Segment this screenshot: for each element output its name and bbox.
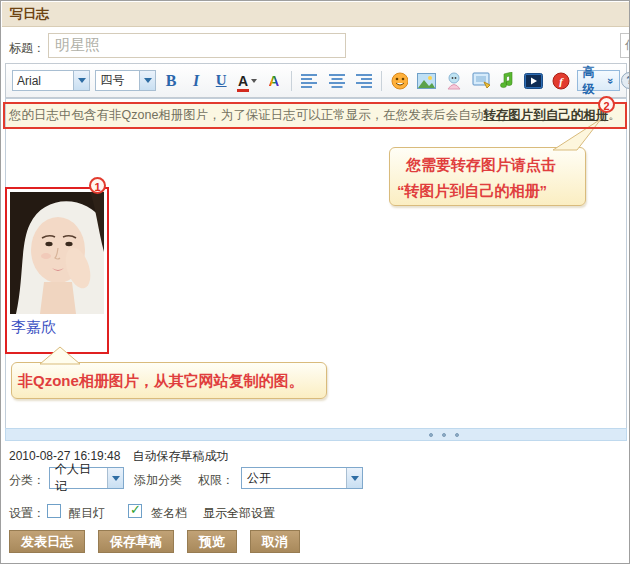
- publish-button[interactable]: 发表日志: [9, 530, 85, 553]
- font-family-value: Arial: [13, 74, 73, 88]
- permission-select[interactable]: 公开: [241, 467, 363, 489]
- callout-top-tail: [543, 117, 607, 151]
- preview-button[interactable]: 预览: [187, 530, 237, 553]
- callout-line2: “转图片到自己的相册”: [390, 178, 585, 204]
- portrait-photo: [10, 192, 104, 314]
- caret-down-icon: [251, 79, 257, 83]
- advanced-label: 高级: [583, 64, 606, 98]
- music-icon: [499, 72, 515, 90]
- add-category-link[interactable]: 添加分类: [134, 472, 182, 489]
- italic-icon: I: [193, 72, 199, 90]
- callout-transfer-hint: 您需要转存图片请点击 “转图片到自己的相册”: [389, 147, 586, 206]
- font-size-select[interactable]: 四号: [95, 70, 156, 91]
- insert-video-button[interactable]: [522, 70, 545, 92]
- insert-music-button[interactable]: [497, 70, 517, 92]
- category-value: 个人日记: [50, 461, 107, 495]
- signature-checkbox[interactable]: [128, 504, 142, 518]
- editor-resize-handle[interactable]: [5, 428, 627, 441]
- video-icon: [524, 73, 543, 89]
- category-label: 分类：: [9, 472, 45, 489]
- emoticon-button[interactable]: [389, 70, 411, 92]
- stationery-button[interactable]: 信: [620, 33, 630, 58]
- align-right-icon: [354, 74, 372, 88]
- align-left-button[interactable]: [299, 70, 321, 92]
- callout-bottom-tail: [37, 345, 83, 365]
- font-family-select[interactable]: Arial: [12, 70, 90, 91]
- insert-flash-button[interactable]: f: [550, 70, 572, 92]
- autosave-status: 2010-08-27 16:19:48自动保存草稿成功: [9, 448, 228, 465]
- transfer-notice-bar: 您的日志中包含有非Qzone相册图片，为了保证日志可以正常显示，在您发表后会自动…: [6, 104, 625, 127]
- notice-text: 您的日志中包含有非Qzone相册图片，为了保证日志可以正常显示，在您发表后会自动: [9, 108, 483, 122]
- category-select[interactable]: 个人日记: [49, 467, 124, 489]
- editor-toolbar: Arial 四号 B I U A A: [5, 63, 627, 98]
- font-dropdown-icon: [73, 71, 89, 90]
- callout-line1: 您需要转存图片请点击: [390, 152, 585, 178]
- resize-grip-dots-icon: [429, 433, 459, 437]
- highlight-checkbox[interactable]: [47, 504, 61, 518]
- advanced-button[interactable]: 高级: [577, 70, 620, 91]
- annotation-badge-1: 1: [89, 177, 106, 194]
- toolbar-divider: [381, 71, 382, 91]
- bold-icon: B: [166, 72, 177, 90]
- permission-value: 公开: [242, 470, 346, 487]
- insert-image-button[interactable]: [415, 70, 438, 92]
- callout-bottom-text: 非Qzone相册图片，从其它网站复制的图。: [12, 363, 326, 398]
- toolbar-divider: [291, 71, 292, 91]
- callout-nonqzone-image: 非Qzone相册图片，从其它网站复制的图。: [11, 362, 327, 399]
- settings-label: 设置：: [9, 505, 45, 522]
- header-bar: 写日志: [2, 2, 630, 27]
- magic-emoticon-button[interactable]: [443, 70, 465, 92]
- rainbow-text-button[interactable]: A: [264, 70, 284, 92]
- screenshot-icon: [472, 72, 491, 89]
- highlight-option-label: 醒目灯: [69, 505, 105, 522]
- screenshot-button[interactable]: [470, 70, 493, 92]
- flash-icon: f: [552, 72, 570, 90]
- align-center-icon: [328, 74, 346, 88]
- chevron-down-icon: [346, 468, 362, 488]
- italic-button[interactable]: I: [186, 70, 206, 92]
- chevron-down-icon: [107, 468, 123, 488]
- image-icon: [417, 73, 436, 89]
- align-left-icon: [301, 74, 319, 88]
- magic-emoticon-icon: [445, 72, 463, 90]
- align-right-button[interactable]: [352, 70, 374, 92]
- bold-button[interactable]: B: [161, 70, 181, 92]
- write-journal-window: 写日志 标题： 信 Arial 四号 B I U A A: [0, 0, 630, 564]
- page-title: 写日志: [2, 2, 630, 26]
- title-input[interactable]: [48, 33, 346, 58]
- emoticon-icon: [391, 72, 409, 90]
- size-dropdown-icon: [139, 71, 155, 90]
- annotated-photo-block[interactable]: 李嘉欣: [5, 187, 109, 354]
- annotation-badge-2: 2: [598, 96, 615, 113]
- cancel-button[interactable]: 取消: [250, 530, 300, 553]
- double-chevron-icon: [605, 77, 617, 83]
- title-label: 标题：: [9, 40, 45, 57]
- underline-button[interactable]: U: [211, 70, 231, 92]
- underline-icon: U: [216, 72, 227, 89]
- save-draft-button[interactable]: 保存草稿: [98, 530, 174, 553]
- font-color-icon: A: [238, 74, 248, 88]
- autosave-message: 自动保存草稿成功: [132, 449, 228, 463]
- signature-option-label: 签名档: [151, 505, 187, 522]
- photo-caption-link[interactable]: 李嘉欣: [11, 318, 56, 337]
- action-button-row: 发表日志 保存草稿 预览 取消: [9, 530, 300, 553]
- font-size-value: 四号: [96, 72, 139, 89]
- align-center-button[interactable]: [326, 70, 348, 92]
- permission-label: 权限：: [198, 472, 234, 489]
- font-color-button[interactable]: A: [236, 70, 259, 92]
- rainbow-icon: A: [269, 72, 280, 89]
- show-all-settings-link[interactable]: 显示全部设置: [203, 505, 275, 522]
